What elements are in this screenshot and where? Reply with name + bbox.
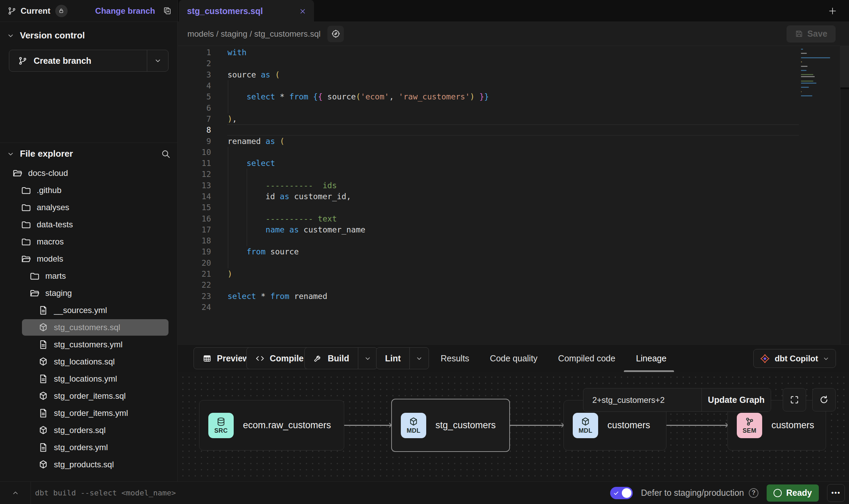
file-item-marts[interactable]: marts [0,267,177,285]
code-line-10[interactable]: 10 [178,147,849,158]
file-explorer-header[interactable]: File explorer [0,148,177,159]
editor-scrollbar[interactable] [840,46,849,344]
lint-button[interactable]: Lint [376,347,429,369]
lineage-node-source[interactable]: SRC ecom.raw_customers [199,400,344,451]
copy-icon[interactable] [163,6,172,15]
ready-status-button[interactable]: Ready [767,484,819,502]
code-line-16[interactable]: 16 ---------- text [178,213,849,224]
code-line-17[interactable]: 17 name as customer_name [178,224,849,235]
file-item-data-tests[interactable]: data-tests [0,216,177,233]
code-editor[interactable]: 1with23source as (45 select * from {{ so… [178,46,849,344]
file-item-docs-cloud[interactable]: docs-cloud [0,165,177,182]
code-line-4[interactable]: 4 [178,80,849,91]
file-item-stg_orders.yml[interactable]: stg_orders.yml [0,439,177,456]
ready-label: Ready [786,488,812,498]
file-item-stg_order_items.sql[interactable]: stg_order_items.sql [0,387,177,405]
lint-dropdown[interactable] [409,348,429,369]
update-graph-button[interactable]: Update Graph [701,388,771,411]
file-item-stg_customers.sql[interactable]: stg_customers.sql [0,319,177,336]
git-branch-icon [18,56,27,65]
code-line-1[interactable]: 1with [178,47,849,58]
chevron-up-icon [12,489,19,497]
tab-results[interactable]: Results [439,353,471,363]
create-branch-main[interactable]: Create branch [9,50,147,71]
file-item-stg_orders.sql[interactable]: stg_orders.sql [0,422,177,439]
editor-tab-bar: stg_customers.sql [178,0,849,22]
file-item-staging[interactable]: staging [0,285,177,302]
cube-icon [38,425,48,435]
file-item-models[interactable]: models [0,250,177,267]
help-icon[interactable]: ? [749,488,758,498]
code-line-14[interactable]: 14 id as customer_id, [178,191,849,202]
code-line-24[interactable]: 24 [178,302,849,313]
file-item-stg_locations.sql[interactable]: stg_locations.sql [0,353,177,370]
database-icon [216,417,226,427]
chevron-down-icon [823,355,829,362]
minimap[interactable] [801,49,839,100]
lineage-node-stg-customers[interactable]: MDL stg_customers [391,399,510,452]
create-branch-button[interactable]: Create branch [9,50,168,72]
line-number: 7 [178,115,211,123]
code-line-6[interactable]: 6 [178,102,849,113]
dbt-copilot-button[interactable]: dbt Copilot [753,349,836,368]
line-number: 5 [178,92,211,101]
tab-code-quality[interactable]: Code quality [488,353,539,363]
create-branch-label: Create branch [34,56,91,66]
code-line-9[interactable]: 9renamed as ( [178,135,849,146]
change-branch-link[interactable]: Change branch [95,6,155,16]
close-icon[interactable] [299,8,306,15]
code-line-19[interactable]: 19 from source [178,246,849,257]
file-item-stg_products.sql[interactable]: stg_products.sql [0,456,177,473]
version-control-header[interactable]: Version control [0,30,177,41]
compass-button[interactable] [327,26,344,42]
command-input[interactable]: dbt build --select <model_name> [35,489,176,497]
code-line-22[interactable]: 22 [178,279,849,290]
create-branch-dropdown[interactable] [147,50,168,71]
file-item-stg_order_items.yml[interactable]: stg_order_items.yml [0,405,177,422]
file-item-macros[interactable]: macros [0,233,177,250]
tab-lineage[interactable]: Lineage [634,353,668,363]
folder-icon [21,202,31,213]
file-item-.github[interactable]: .github [0,182,177,199]
file-icon [38,442,48,453]
lineage-edge [666,425,728,426]
code-line-20[interactable]: 20 [178,257,849,268]
build-button[interactable]: Build [304,347,377,369]
refresh-button[interactable] [812,388,836,411]
compile-button[interactable]: Compile [246,347,313,369]
code-line-23[interactable]: 23select * from renamed [178,291,849,302]
code-line-3[interactable]: 3source as ( [178,69,849,80]
code-line-18[interactable]: 18 [178,235,849,246]
lineage-canvas[interactable]: SRC ecom.raw_customers MDL stg_customers… [178,372,849,481]
code-line-15[interactable]: 15 [178,202,849,213]
scrollbar-thumb[interactable] [840,46,849,89]
defer-toggle[interactable] [610,487,633,499]
code-line-13[interactable]: 13 ---------- ids [178,180,849,191]
build-dropdown[interactable] [358,348,377,369]
fullscreen-button[interactable] [783,388,806,411]
code-line-21[interactable]: 21) [178,268,849,279]
search-icon[interactable] [161,149,171,159]
tab-stg-customers-sql[interactable]: stg_customers.sql [179,0,314,22]
new-tab-button[interactable] [825,3,840,19]
save-button[interactable]: Save [787,25,836,43]
file-item-stg_locations.yml[interactable]: stg_locations.yml [0,370,177,387]
expand-command-bar-button[interactable] [0,482,31,504]
file-item-stg_customers.yml[interactable]: stg_customers.yml [0,336,177,353]
code-line-12[interactable]: 12 [178,169,849,180]
code-line-11[interactable]: 11 select [178,158,849,169]
code-line-5[interactable]: 5 select * from {{ source('ecom', 'raw_c… [178,91,849,102]
code-line-8[interactable]: 8 [178,124,849,135]
cube-icon [408,417,419,427]
file-item-analyses[interactable]: analyses [0,199,177,216]
code-line-7[interactable]: 7), [178,113,849,124]
lineage-selector-input[interactable]: 2+stg_customers+2 [583,388,701,411]
chevron-down-icon [364,355,371,362]
tab-compiled-code[interactable]: Compiled code [556,353,617,363]
code-line-2[interactable]: 2 [178,58,849,69]
line-number: 3 [178,70,211,79]
more-options-button[interactable]: ••• [827,484,845,502]
file-item-__sources.yml[interactable]: __sources.yml [0,302,177,319]
file-item-label: stg_locations.sql [54,357,115,367]
file-item-label: models [37,254,63,264]
